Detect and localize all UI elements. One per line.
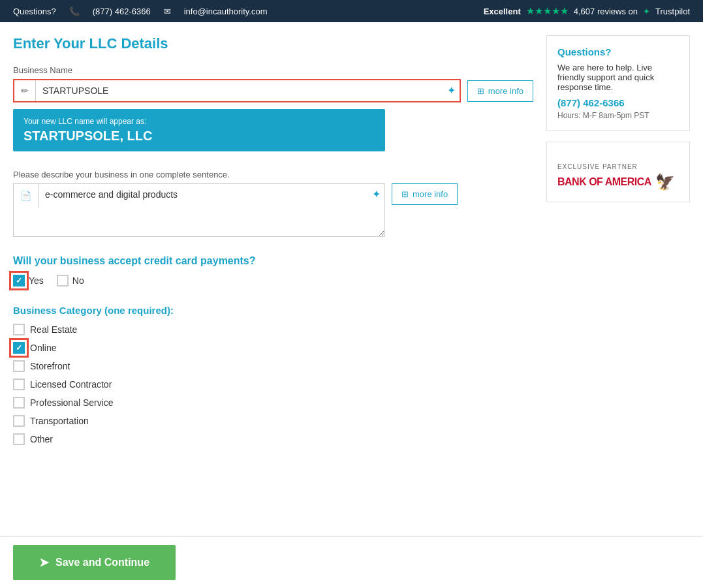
business-name-input[interactable]: STARTUPSOLE (36, 80, 460, 101)
llc-preview-name: STARTUPSOLE, LLC (23, 129, 375, 144)
business-name-row: ✏ STARTUPSOLE ✦ ⊞ more info (13, 79, 533, 102)
bank-eagle-icon: 🦅 (655, 173, 675, 191)
star-rating: ★★★★★ (526, 5, 569, 17)
category-list: Real Estate Online Storefront Licensed C… (13, 324, 533, 445)
no-option[interactable]: No (57, 275, 84, 286)
questions-label: Questions? (13, 7, 56, 16)
business-name-label: Business Name (13, 65, 533, 75)
sidebar-questions-title: Questions? (557, 46, 679, 57)
licensed-contractor-label: Licensed Contractor (30, 379, 112, 390)
real-estate-checkbox[interactable] (13, 324, 25, 335)
bank-logo: BANK OF AMERICA 🦅 (557, 173, 679, 191)
left-content: Enter Your LLC Details Business Name ✏ S… (13, 35, 533, 463)
credit-card-options: Yes No (13, 275, 533, 286)
business-description-label: Please describe your business in one com… (13, 170, 533, 179)
professional-service-checkbox[interactable] (13, 397, 25, 409)
llc-preview: Your new LLC name will appear as: STARTU… (13, 109, 385, 151)
bank-of-america-card: EXCLUSIVE PARTNER BANK OF AMERICA 🦅 (546, 142, 690, 202)
edit-icon: ✏ (14, 80, 36, 101)
trustpilot-icon: ✦ (643, 7, 650, 16)
email-link[interactable]: info@incauthority.com (184, 7, 268, 16)
required-star: ✦ (447, 84, 456, 97)
phone-link[interactable]: (877) 462-6366 (93, 7, 151, 16)
business-name-section: Business Name ✏ STARTUPSOLE ✦ ⊞ more inf… (13, 65, 533, 151)
category-title: Business Category (one required): (13, 305, 533, 316)
rating-label: Excellent (484, 7, 521, 16)
category-other[interactable]: Other (13, 433, 533, 445)
sidebar-hours: Hours: M-F 8am-5pm PST (557, 111, 679, 120)
more-info-grid-icon: ⊞ (477, 86, 484, 96)
no-label: No (72, 275, 84, 286)
business-name-input-wrapper: ✏ STARTUPSOLE ✦ (13, 79, 461, 102)
sidebar-phone[interactable]: (877) 462-6366 (557, 97, 679, 108)
category-storefront[interactable]: Storefront (13, 360, 533, 372)
business-category-section: Business Category (one required): Real E… (13, 305, 533, 445)
business-description-textarea[interactable]: e-commerce and digital products (39, 184, 384, 236)
description-required-star: ✦ (372, 188, 381, 200)
category-transportation[interactable]: Transportation (13, 415, 533, 427)
bank-name: BANK OF AMERICA (557, 176, 651, 188)
top-bar-right: Excellent ★★★★★ 4,607 reviews on ✦ Trust… (484, 5, 690, 17)
online-label: Online (30, 343, 56, 353)
trustpilot-label: Trustpilot (655, 7, 690, 16)
category-licensed-contractor[interactable]: Licensed Contractor (13, 379, 533, 390)
professional-service-label: Professional Service (30, 397, 114, 408)
credit-card-section: Will your business accept credit card pa… (13, 255, 533, 286)
credit-card-question-title: Will your business accept credit card pa… (13, 255, 533, 267)
yes-label: Yes (29, 275, 44, 286)
llc-preview-label: Your new LLC name will appear as: (23, 117, 375, 126)
sidebar-questions-card: Questions? We are here to help. Live fri… (546, 35, 690, 131)
online-checkbox[interactable] (13, 342, 25, 354)
other-checkbox[interactable] (13, 433, 25, 445)
main-container: Enter Your LLC Details Business Name ✏ S… (0, 22, 703, 516)
category-professional-service[interactable]: Professional Service (13, 397, 533, 409)
exclusive-partner-label: EXCLUSIVE PARTNER (557, 163, 679, 170)
business-description-wrapper: 📄 e-commerce and digital products ✦ (13, 183, 385, 237)
licensed-contractor-checkbox[interactable] (13, 379, 25, 390)
sidebar-support-text: We are here to help. Live friendly suppo… (557, 63, 679, 92)
description-more-info-grid-icon: ⊞ (401, 189, 409, 199)
email-icon: ✉ (164, 7, 171, 16)
storefront-label: Storefront (30, 361, 70, 371)
storefront-checkbox[interactable] (13, 360, 25, 372)
yes-checkbox[interactable] (13, 275, 25, 286)
real-estate-label: Real Estate (30, 324, 77, 335)
business-name-more-info-button[interactable]: ⊞ more info (467, 80, 533, 102)
review-count: 4,607 reviews on (574, 7, 638, 16)
page-title: Enter Your LLC Details (13, 35, 533, 52)
description-more-info-button[interactable]: ⊞ more info (392, 183, 458, 205)
category-real-estate[interactable]: Real Estate (13, 324, 533, 335)
no-checkbox[interactable] (57, 275, 69, 286)
right-sidebar: Questions? We are here to help. Live fri… (546, 35, 690, 463)
business-description-row: 📄 e-commerce and digital products ✦ ⊞ mo… (13, 183, 533, 237)
transportation-label: Transportation (30, 416, 89, 426)
document-icon: 📄 (14, 184, 39, 208)
phone-icon: 📞 (69, 7, 80, 16)
more-info-label: more info (488, 86, 523, 96)
top-bar-left: Questions? 📞 (877) 462-6366 ✉ info@incau… (13, 7, 268, 16)
description-more-info-label: more info (413, 189, 448, 199)
yes-option[interactable]: Yes (13, 275, 44, 286)
transportation-checkbox[interactable] (13, 415, 25, 427)
category-online[interactable]: Online (13, 342, 533, 354)
top-bar: Questions? 📞 (877) 462-6366 ✉ info@incau… (0, 0, 703, 22)
business-description-section: Please describe your business in one com… (13, 170, 533, 237)
other-label: Other (30, 434, 53, 444)
